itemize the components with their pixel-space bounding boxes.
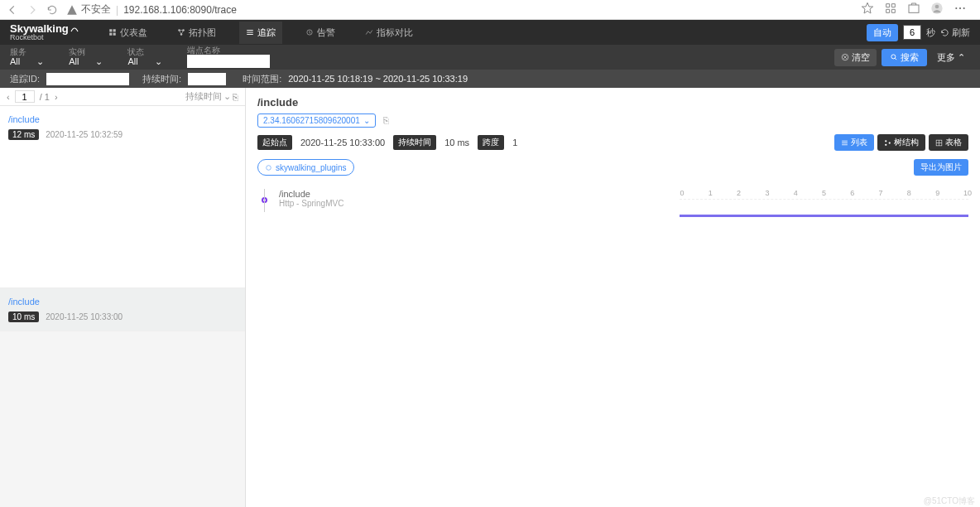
trace-id-input[interactable] bbox=[46, 73, 129, 85]
trace-list-sidebar: ‹ / 1 › 持续时间 ⌄ ⎘ /include 12 ms 2020-11-… bbox=[0, 88, 246, 507]
chevron-down-icon: ⌄ bbox=[223, 91, 231, 102]
page-input[interactable] bbox=[15, 90, 35, 103]
url-text: 192.168.1.106:8090/trace bbox=[123, 4, 237, 16]
extensions-icon[interactable] bbox=[907, 2, 920, 18]
axis-tick: 8 bbox=[906, 189, 911, 197]
pager: ‹ / 1 › 持续时间 ⌄ ⎘ bbox=[0, 88, 245, 106]
trace-item[interactable]: /include 12 ms 2020-11-25 10:32:59 bbox=[0, 106, 245, 288]
copy-icon: ⎘ bbox=[233, 92, 238, 102]
favorite-icon[interactable] bbox=[861, 2, 874, 18]
refresh-button[interactable]: 刷新 bbox=[940, 27, 970, 39]
back-icon[interactable] bbox=[7, 4, 18, 16]
axis-tick: 2 bbox=[737, 189, 742, 197]
svg-point-5 bbox=[963, 7, 965, 8]
axis-tick: 0 bbox=[680, 189, 685, 197]
instance-filter[interactable]: 实例 All⌄ bbox=[69, 48, 103, 67]
axis-tick: 9 bbox=[935, 189, 940, 197]
collections-icon[interactable] bbox=[884, 2, 897, 18]
service-filter[interactable]: 服务 All⌄ bbox=[10, 48, 44, 67]
trace-id-label: 追踪ID: bbox=[10, 73, 40, 85]
view-tree-tab[interactable]: 树结构 bbox=[877, 134, 925, 151]
svg-rect-0 bbox=[909, 5, 919, 12]
export-button[interactable]: 导出为图片 bbox=[914, 159, 968, 176]
duration-label: 持续时间: bbox=[142, 73, 181, 85]
clear-button[interactable]: 清空 bbox=[834, 49, 877, 66]
start-value: 2020-11-25 10:33:00 bbox=[300, 138, 385, 147]
nav-trace[interactable]: 追踪 bbox=[239, 22, 282, 44]
time-range-label: 时间范围: bbox=[243, 73, 281, 85]
svg-point-18 bbox=[885, 143, 886, 145]
svg-rect-7 bbox=[113, 29, 115, 31]
nav-dashboard[interactable]: 仪表盘 bbox=[102, 22, 154, 44]
view-list-tab[interactable]: 列表 bbox=[834, 134, 874, 151]
chevron-up-icon: ⌃ bbox=[958, 52, 965, 63]
insecure-badge: 不安全 bbox=[66, 2, 111, 17]
trace-item-name: /include bbox=[8, 114, 237, 124]
more-button[interactable]: 更多 ⌃ bbox=[932, 49, 970, 66]
profile-icon[interactable] bbox=[930, 2, 944, 18]
span-label: 跨度 bbox=[478, 135, 504, 150]
sort-select[interactable]: 持续时间 ⌄ ⎘ bbox=[185, 90, 238, 103]
copy-icon[interactable]: ⎘ bbox=[383, 115, 389, 125]
brand: Skywalking Rocketbot bbox=[10, 23, 79, 41]
trace-item-name: /include bbox=[8, 297, 237, 307]
svg-point-20 bbox=[267, 165, 271, 170]
chevron-down-icon: ⌄ bbox=[36, 56, 44, 67]
nav-alarm[interactable]: 告警 bbox=[299, 22, 342, 44]
span-row[interactable]: /include Http - SpringMVC bbox=[257, 189, 680, 217]
browser-chrome: 不安全 | 192.168.1.106:8090/trace bbox=[0, 0, 980, 20]
start-label: 起始点 bbox=[257, 135, 292, 150]
filter-bar-second: 追踪ID: 持续时间: 时间范围: 2020-11-25 10:18:19 ~ … bbox=[0, 70, 980, 88]
axis-tick: 4 bbox=[793, 189, 798, 197]
page-next-icon[interactable]: › bbox=[55, 92, 58, 102]
nav-topology[interactable]: 拓扑图 bbox=[171, 22, 223, 44]
chevron-down-icon: ⌄ bbox=[363, 116, 370, 125]
main: ‹ / 1 › 持续时间 ⌄ ⎘ /include 12 ms 2020-11-… bbox=[0, 88, 980, 507]
auto-button[interactable]: 自动 bbox=[867, 24, 898, 41]
reload-icon[interactable] bbox=[46, 4, 58, 16]
trace-timestamp: 2020-11-25 10:33:00 bbox=[46, 312, 122, 321]
duration-badge: 12 ms bbox=[8, 129, 39, 140]
svg-point-15 bbox=[891, 55, 896, 59]
svg-rect-9 bbox=[113, 33, 115, 36]
svg-point-2 bbox=[935, 4, 939, 8]
menu-icon[interactable] bbox=[954, 2, 967, 18]
view-table-tab[interactable]: 表格 bbox=[929, 134, 968, 151]
status-filter[interactable]: 状态 All⌄ bbox=[127, 48, 161, 67]
time-range-value[interactable]: 2020-11-25 10:18:19 ~ 2020-11-25 10:33:1… bbox=[288, 74, 468, 84]
url-bar[interactable]: 不安全 | 192.168.1.106:8090/trace bbox=[66, 2, 853, 17]
chevron-down-icon: ⌄ bbox=[155, 56, 162, 67]
nav-metrics-compare[interactable]: 指标对比 bbox=[358, 22, 420, 44]
duration-value: 10 ms bbox=[444, 138, 469, 147]
trace-item[interactable]: /include 10 ms 2020-11-25 10:33:00 bbox=[0, 288, 245, 331]
search-button[interactable]: 搜索 bbox=[882, 49, 927, 66]
trace-id-select[interactable]: 2.34.16062715809620001⌄ bbox=[257, 113, 376, 128]
forward-icon[interactable] bbox=[26, 4, 38, 16]
axis-tick: 1 bbox=[708, 189, 713, 197]
app-nav: Skywalking Rocketbot 仪表盘 拓扑图 追踪 告警 指标对比 … bbox=[0, 20, 980, 45]
interval-input[interactable] bbox=[903, 25, 921, 40]
page-prev-icon[interactable]: ‹ bbox=[7, 92, 10, 102]
watermark: @51CTO博客 bbox=[924, 495, 975, 507]
svg-rect-8 bbox=[109, 33, 112, 36]
trace-detail: /include 2.34.16062715809620001⌄ ⎘ 起始点 2… bbox=[246, 88, 980, 507]
axis-tick: 3 bbox=[765, 189, 770, 197]
svg-point-16 bbox=[885, 140, 886, 142]
trace-timestamp: 2020-11-25 10:32:59 bbox=[46, 130, 122, 139]
axis-tick: 7 bbox=[878, 189, 883, 197]
page-total: / 1 bbox=[40, 92, 50, 102]
duration-label-badge: 持续时间 bbox=[393, 135, 436, 150]
detail-title: /include bbox=[257, 96, 968, 109]
svg-point-3 bbox=[955, 7, 957, 8]
axis-tick: 6 bbox=[850, 189, 855, 197]
axis-tick: 10 bbox=[963, 189, 968, 197]
duration-input[interactable] bbox=[188, 73, 226, 85]
duration-badge: 10 ms bbox=[8, 311, 39, 322]
svg-rect-6 bbox=[109, 29, 112, 31]
endpoint-input[interactable] bbox=[187, 55, 270, 68]
filter-bar: 服务 All⌄ 实例 All⌄ 状态 All⌄ 端点名称 清空 搜索 更多 ⌃ bbox=[0, 45, 980, 70]
interval-unit: 秒 bbox=[926, 27, 935, 39]
plugin-chip[interactable]: skywalking_plugins bbox=[257, 159, 354, 176]
endpoint-filter: 端点名称 bbox=[187, 46, 270, 68]
timeline-chart: 012345678910 bbox=[680, 189, 968, 217]
